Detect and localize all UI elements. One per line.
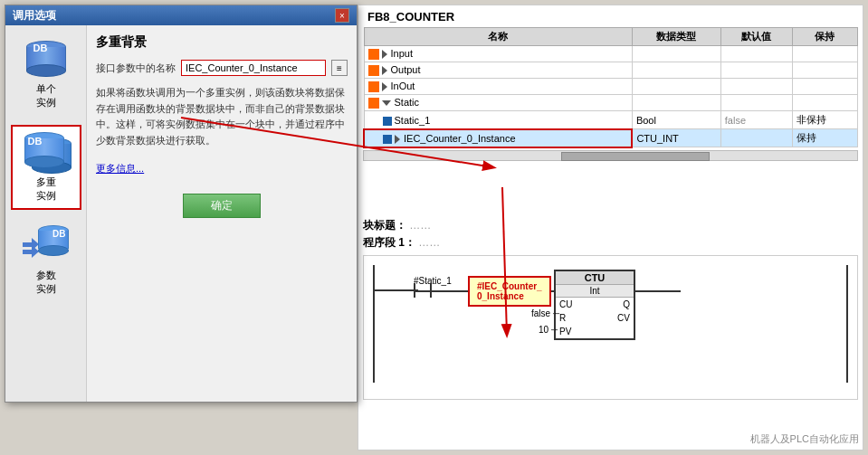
right-rail bbox=[846, 265, 848, 383]
param-label: 参数实例 bbox=[36, 269, 56, 296]
table-row: InOut bbox=[364, 79, 858, 95]
ladder-diagram: #IEC_Counter_0_Instance #Static_1 CTU In… bbox=[363, 255, 858, 400]
row-icon-input bbox=[368, 49, 379, 60]
table-row: Input bbox=[364, 46, 858, 62]
col-datatype: 数据类型 bbox=[632, 28, 720, 46]
fb8-title: FB8_COUNTER bbox=[363, 10, 858, 24]
call-options-dialog: 调用选项 × DB 单个实例 bbox=[5, 5, 358, 403]
col-retain: 保持 bbox=[792, 28, 857, 46]
expand-arrow bbox=[382, 66, 387, 75]
fb8-section: FB8_COUNTER 名称 数据类型 默认值 保持 Input bbox=[363, 10, 858, 209]
col-name: 名称 bbox=[364, 28, 632, 46]
single-db-icon: DB bbox=[24, 41, 68, 79]
close-button[interactable]: × bbox=[335, 8, 349, 23]
table-row: Static_1 Bool false 非保持 bbox=[364, 111, 858, 129]
dialog-content: 多重背景 接口参数中的名称 ≡ 如果将函数块调用为一个多重实例，则该函数块将数据… bbox=[87, 25, 357, 402]
program-section: 块标题： …… 程序段 1： …… #IEC_Counter_0_Instanc… bbox=[363, 218, 858, 445]
confirm-button[interactable]: 确定 bbox=[183, 194, 261, 218]
row-icon-inout bbox=[368, 81, 379, 92]
row-icon-output bbox=[368, 65, 379, 76]
table-row: Output bbox=[364, 62, 858, 79]
ctu-row-pv: PV bbox=[556, 325, 634, 338]
description-text: 如果将函数块调用为一个多重实例，则该函数块将数据保存在调用函数块的背景数据块中，… bbox=[96, 85, 348, 148]
ctu-block: CTU Int CUQ RCV PV bbox=[554, 270, 635, 340]
h-rail-1 bbox=[373, 289, 418, 291]
ctu-row-cu: CUQ bbox=[556, 298, 634, 311]
expand-arrow bbox=[382, 82, 387, 91]
ctu-row-r: RCV bbox=[556, 311, 634, 325]
input-icon-button[interactable]: ≡ bbox=[331, 60, 348, 76]
row-icon-iec bbox=[383, 135, 392, 144]
ctu-subheader: Int bbox=[556, 285, 634, 298]
param-db-icon: DB bbox=[23, 225, 70, 265]
expand-arrow bbox=[395, 135, 400, 144]
fb8-table-area: 名称 数据类型 默认值 保持 Input Output bbox=[363, 27, 858, 148]
pv-line bbox=[554, 328, 555, 339]
single-label: 单个实例 bbox=[36, 82, 56, 109]
more-info-link[interactable]: 更多信息... bbox=[96, 162, 348, 175]
table-row-iec: IEC_Counter_0_Instance CTU_INT 保持 bbox=[364, 129, 858, 147]
contact-top bbox=[414, 290, 432, 292]
watermark: 机器人及PLC自动化应用 bbox=[750, 432, 859, 446]
table-row: Static bbox=[364, 95, 858, 111]
input-label: 接口参数中的名称 bbox=[96, 62, 176, 75]
scrollbar-thumb[interactable] bbox=[561, 152, 710, 161]
left-rail bbox=[373, 265, 375, 383]
dialog-title: 调用选项 bbox=[13, 8, 56, 24]
false-label: false ─ bbox=[531, 308, 559, 318]
expand-arrow bbox=[382, 50, 387, 59]
r-line bbox=[554, 312, 555, 326]
iec-counter-box: #IEC_Counter_0_Instance bbox=[468, 276, 551, 307]
input-row: 接口参数中的名称 ≡ bbox=[96, 60, 348, 76]
ctu-header: CTU bbox=[556, 271, 634, 285]
program-label: 程序段 1： …… bbox=[363, 235, 858, 251]
fb8-table: 名称 数据类型 默认值 保持 Input Output bbox=[363, 27, 858, 148]
row-icon-static1 bbox=[383, 117, 392, 126]
h-rail-3 bbox=[635, 290, 681, 292]
main-panel: FB8_COUNTER 名称 数据类型 默认值 保持 Input bbox=[358, 5, 863, 450]
col-default: 默认值 bbox=[720, 28, 792, 46]
sidebar-item-param[interactable]: DB 参数实例 bbox=[11, 219, 81, 302]
expand-arrow-down bbox=[382, 100, 391, 106]
multi-label: 多重实例 bbox=[36, 175, 56, 203]
row-icon-static bbox=[368, 98, 379, 109]
content-header: 多重背景 bbox=[96, 34, 348, 51]
dialog-sidebar: DB 单个实例 DB bbox=[5, 25, 87, 402]
horizontal-scrollbar[interactable] bbox=[363, 150, 858, 161]
static1-label: #Static_1 bbox=[414, 276, 452, 286]
multi-db-icon: DB bbox=[23, 132, 70, 172]
sidebar-item-multi[interactable]: DB 多重实例 bbox=[11, 125, 81, 210]
dialog-titlebar: 调用选项 × bbox=[5, 5, 357, 25]
name-input[interactable] bbox=[181, 60, 326, 76]
dialog-body: DB 单个实例 DB bbox=[5, 25, 357, 402]
block-title: 块标题： …… bbox=[363, 218, 858, 233]
sidebar-item-single[interactable]: DB 单个实例 bbox=[11, 34, 81, 116]
